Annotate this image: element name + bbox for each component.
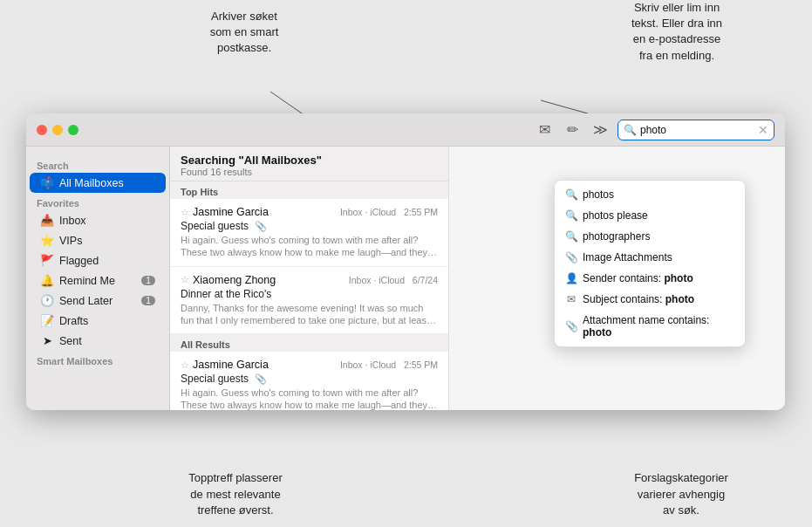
suggestion-label: photographers bbox=[583, 230, 734, 243]
mail-sender: ☆ Jasmine Garcia bbox=[181, 206, 269, 218]
mail-list-header: Searching "All Mailboxes" Found 16 resul… bbox=[170, 147, 448, 181]
sidebar-item-all-mailboxes[interactable]: 📫 All Mailboxes bbox=[30, 173, 166, 193]
table-row[interactable]: ☆ Xiaomeng Zhong Inbox · iCloud 6/7/24 D… bbox=[170, 267, 448, 335]
vips-icon: ⭐ bbox=[40, 234, 54, 247]
title-bar: ✉ ✏ ≫ 🔍 ✕ bbox=[26, 113, 785, 147]
suggestion-label: Image Attachments bbox=[583, 251, 734, 264]
mail-meta: Inbox · iCloud 6/7/24 bbox=[349, 275, 438, 285]
annotation-bottom-right: Forslagskategoriervarierer avhengigav sø… bbox=[594, 470, 768, 518]
attachment-name-suggestion-icon: 📎 bbox=[565, 320, 577, 332]
vips-label: VIPs bbox=[59, 235, 82, 247]
main-content: Search 📫 All Mailboxes Favorites 📥 Inbox… bbox=[26, 147, 785, 410]
drafts-icon: 📝 bbox=[40, 314, 54, 327]
annotation-top-left: Arkiver søketsom en smartpostkasse. bbox=[174, 9, 314, 57]
inbox-label: Inbox bbox=[59, 215, 86, 227]
sidebar-item-send-later[interactable]: 🕐 Send Later 1 bbox=[30, 291, 166, 311]
remind-me-icon: 🔔 bbox=[40, 274, 54, 287]
mail-item-row1: ☆ Xiaomeng Zhong Inbox · iCloud 6/7/24 bbox=[181, 274, 438, 286]
search-box[interactable]: 🔍 ✕ bbox=[618, 120, 774, 140]
list-item[interactable]: 🔍 photos please bbox=[555, 205, 745, 226]
sidebar-item-inbox[interactable]: 📥 Inbox bbox=[30, 210, 166, 230]
compose-icon[interactable]: ✉ bbox=[534, 120, 555, 140]
attachment-icon: 📎 bbox=[255, 373, 267, 384]
table-row[interactable]: ☆ Jasmine Garcia Inbox · iCloud 2:55 PM … bbox=[170, 199, 448, 267]
top-hits-label: Top Hits bbox=[170, 181, 448, 199]
mail-preview: Hi again. Guess who's coming to town wit… bbox=[181, 387, 438, 410]
mail-list-title: Searching "All Mailboxes" bbox=[181, 154, 438, 167]
annotation-bottom-left: Topptreff plassererde mest relevantetref… bbox=[161, 470, 310, 518]
table-row[interactable]: ☆ Jasmine Garcia Inbox · iCloud 2:55 PM … bbox=[170, 352, 448, 410]
fullscreen-button[interactable] bbox=[68, 125, 78, 135]
right-panel: 🔍 photos 🔍 photos please 🔍 photographers… bbox=[449, 147, 785, 410]
inbox-icon: 📥 bbox=[40, 214, 54, 227]
close-button[interactable] bbox=[37, 125, 47, 135]
search-suggestion-icon: 🔍 bbox=[565, 209, 577, 222]
smart-mailboxes-label: Smart Mailboxes bbox=[26, 351, 169, 368]
app-window: ✉ ✏ ≫ 🔍 ✕ Search 📫 All Mailboxes Favorit… bbox=[26, 113, 785, 410]
suggestion-label: photos please bbox=[583, 209, 734, 222]
suggestion-label: Attachment name contains: photo bbox=[583, 314, 734, 339]
suggestion-label: Sender contains: photo bbox=[583, 272, 734, 284]
annotation-top-right: Skriv eller lim inntekst. Eller dra inne… bbox=[594, 0, 760, 64]
all-mailboxes-icon: 📫 bbox=[40, 176, 54, 189]
send-later-icon: 🕐 bbox=[40, 294, 54, 307]
mail-sender: ☆ Xiaomeng Zhong bbox=[181, 274, 276, 286]
suggestion-label: Subject contains: photo bbox=[583, 293, 734, 305]
flagged-icon: 🚩 bbox=[40, 254, 54, 267]
expand-icon[interactable]: ≫ bbox=[590, 120, 611, 140]
sent-icon: ➤ bbox=[40, 334, 54, 347]
all-results-label: All Results bbox=[170, 334, 448, 352]
flagged-label: Flagged bbox=[59, 255, 99, 267]
mail-item-row1: ☆ Jasmine Garcia Inbox · iCloud 2:55 PM bbox=[181, 206, 438, 218]
mail-subject: Special guests 📎 bbox=[181, 220, 438, 232]
mail-meta: Inbox · iCloud 2:55 PM bbox=[340, 207, 438, 217]
send-later-label: Send Later bbox=[59, 295, 113, 307]
mail-list: Searching "All Mailboxes" Found 16 resul… bbox=[170, 147, 449, 410]
sent-label: Sent bbox=[59, 335, 82, 347]
remind-me-label: Remind Me bbox=[59, 275, 115, 287]
list-item[interactable]: ✉ Subject contains: photo bbox=[555, 289, 745, 310]
mail-subject: Special guests 📎 bbox=[181, 373, 438, 385]
mail-item-row1: ☆ Jasmine Garcia Inbox · iCloud 2:55 PM bbox=[181, 359, 438, 371]
sidebar-item-flagged[interactable]: 🚩 Flagged bbox=[30, 250, 166, 270]
mail-meta: Inbox · iCloud 2:55 PM bbox=[340, 359, 438, 370]
star-icon[interactable]: ☆ bbox=[181, 207, 189, 218]
mail-preview: Danny, Thanks for the awesome evening! I… bbox=[181, 302, 438, 327]
favorites-label: Favorites bbox=[26, 193, 169, 210]
search-input[interactable] bbox=[640, 124, 756, 136]
sidebar-item-drafts[interactable]: 📝 Drafts bbox=[30, 311, 166, 331]
star-icon[interactable]: ☆ bbox=[181, 359, 189, 371]
sender-suggestion-icon: 👤 bbox=[565, 272, 577, 284]
remind-me-badge: 1 bbox=[141, 276, 155, 285]
search-suggestion-icon: 🔍 bbox=[565, 230, 577, 243]
sidebar-item-remind-me[interactable]: 🔔 Remind Me 1 bbox=[30, 270, 166, 291]
attachment-icon: 📎 bbox=[255, 221, 267, 231]
search-clear-icon[interactable]: ✕ bbox=[758, 123, 768, 137]
list-item[interactable]: 👤 Sender contains: photo bbox=[555, 268, 745, 289]
list-item[interactable]: 📎 Attachment name contains: photo bbox=[555, 310, 745, 343]
mail-preview: Hi again. Guess who's coming to town wit… bbox=[181, 234, 438, 259]
list-item[interactable]: 📎 Image Attachments bbox=[555, 247, 745, 268]
all-mailboxes-label: All Mailboxes bbox=[59, 177, 124, 189]
mail-list-subtitle: Found 16 results bbox=[181, 167, 438, 177]
toolbar-right: ✉ ✏ ≫ 🔍 ✕ bbox=[534, 120, 774, 140]
drafts-label: Drafts bbox=[59, 315, 88, 327]
sidebar-item-vips[interactable]: ⭐ VIPs bbox=[30, 230, 166, 250]
search-dropdown: 🔍 photos 🔍 photos please 🔍 photographers… bbox=[554, 180, 746, 347]
mail-sender: ☆ Jasmine Garcia bbox=[181, 359, 269, 371]
attachment-suggestion-icon: 📎 bbox=[565, 251, 577, 264]
list-item[interactable]: 🔍 photographers bbox=[555, 226, 745, 247]
suggestion-label: photos bbox=[583, 188, 734, 201]
list-item[interactable]: 🔍 photos bbox=[555, 184, 745, 205]
subject-suggestion-icon: ✉ bbox=[565, 293, 577, 305]
minimize-button[interactable] bbox=[52, 125, 63, 135]
traffic-lights bbox=[37, 125, 78, 135]
sidebar-item-sent[interactable]: ➤ Sent bbox=[30, 331, 166, 351]
search-icon: 🔍 bbox=[624, 124, 637, 136]
sidebar: Search 📫 All Mailboxes Favorites 📥 Inbox… bbox=[26, 147, 170, 410]
send-later-badge: 1 bbox=[141, 296, 155, 305]
new-message-icon[interactable]: ✏ bbox=[562, 120, 583, 140]
search-suggestion-icon: 🔍 bbox=[565, 188, 577, 201]
mail-subject: Dinner at the Rico's bbox=[181, 288, 438, 300]
star-icon[interactable]: ☆ bbox=[181, 274, 189, 285]
